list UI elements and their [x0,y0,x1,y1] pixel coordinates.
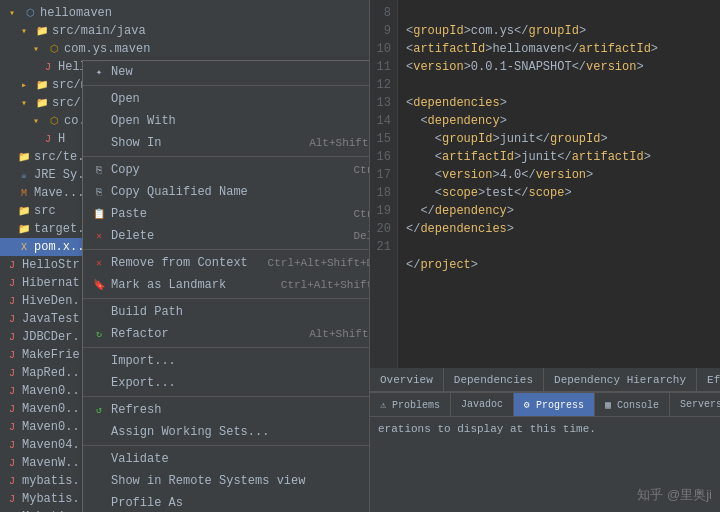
menu-item-label: Export... [111,376,370,390]
menu-separator [83,156,370,157]
menu-item-remove-context[interactable]: ✕ Remove from Context Ctrl+Alt+Shift+Dow… [83,252,370,274]
expand-icon: ▾ [16,23,32,39]
tree-item-package[interactable]: ▾ ⬡ com.ys.maven [0,40,369,58]
menu-separator [83,445,370,446]
tab-progress[interactable]: ⚙ Progress [514,393,595,416]
java-file-icon: J [4,401,20,417]
import-icon [91,353,107,369]
project-icon: ⬡ [22,5,38,21]
tab-overview[interactable]: Overview [370,368,444,391]
menu-item-label: Refactor [111,327,301,341]
menu-shortcut: Ctrl+V [353,208,370,220]
menu-item-label: New [111,65,370,79]
menu-item-label: Profile As [111,496,370,510]
menu-item-refactor[interactable]: ↻ Refactor Alt+Shift+T ▶ [83,323,370,345]
menu-separator [83,298,370,299]
java-file-icon: J [40,59,56,75]
menu-separator [83,396,370,397]
menu-item-label: Build Path [111,305,370,319]
progress-label: ⚙ Progress [524,399,584,411]
tree-label: Mave... [34,186,84,200]
tree-item-hellomaven[interactable]: ▾ ⬡ hellomaven [0,4,369,22]
new-icon: ✦ [91,64,107,80]
menu-item-build-path[interactable]: Build Path ▶ [83,301,370,323]
refactor-icon: ↻ [91,326,107,342]
tree-label: src/main/java [52,24,146,38]
menu-item-export[interactable]: Export... [83,372,370,394]
menu-item-refresh[interactable]: ↺ Refresh F5 [83,399,370,421]
jre-icon: ☕ [16,167,32,183]
menu-item-open[interactable]: Open F3 [83,88,370,110]
menu-separator [83,85,370,86]
tab-dependency-hierarchy[interactable]: Dependency Hierarchy [544,368,697,391]
java-file-icon: J [4,347,20,363]
tab-dependencies[interactable]: Dependencies [444,368,544,391]
menu-item-show-in[interactable]: Show In Alt+Shift+W ▶ [83,132,370,154]
java-file-icon: J [4,275,20,291]
folder-icon: 📁 [34,77,50,93]
tree-label: com.ys.maven [64,42,150,56]
folder-icon: 📁 [34,23,50,39]
tree-label: MapRed... [22,366,87,380]
menu-item-label: Paste [111,207,345,221]
menu-item-mark-landmark[interactable]: 🔖 Mark as Landmark Ctrl+Alt+Shift+Up [83,274,370,296]
progress-message: erations to display at this time. [378,423,596,435]
package-icon: ⬡ [46,113,62,129]
tree-label: Maven0... [22,420,87,434]
mark-landmark-icon: 🔖 [91,277,107,293]
menu-item-open-with[interactable]: Open With ▶ [83,110,370,132]
tree-label: src [34,204,56,218]
xml-file-icon: X [16,239,32,255]
paste-icon: 📋 [91,206,107,222]
export-icon [91,375,107,391]
menu-separator [83,347,370,348]
maven-icon: M [16,185,32,201]
console-tabs: ⚠ Problems Javadoc ⚙ Progress ▦ Console … [370,393,720,417]
menu-item-remote[interactable]: Show in Remote Systems view [83,470,370,492]
menu-item-label: Delete [111,229,345,243]
tab-console[interactable]: ▦ Console [595,393,670,416]
menu-item-validate[interactable]: Validate [83,448,370,470]
menu-item-new[interactable]: ✦ New ▶ [83,61,370,83]
java-file-icon: J [4,293,20,309]
tab-servers[interactable]: Servers [670,393,720,416]
menu-item-delete[interactable]: ✕ Delete Delete [83,225,370,247]
menu-item-import[interactable]: Import... [83,350,370,372]
menu-item-profile-as[interactable]: Profile As ▶ [83,492,370,512]
java-file-icon: J [4,419,20,435]
menu-item-label: Show In [111,136,301,150]
remove-context-icon: ✕ [91,255,107,271]
expand-icon: ▾ [16,95,32,111]
folder-icon: 📁 [34,95,50,111]
menu-item-copy[interactable]: ⎘ Copy Ctrl+C [83,159,370,181]
tab-effective-pom[interactable]: Effective POM [697,368,720,391]
menu-item-paste[interactable]: 📋 Paste Ctrl+V [83,203,370,225]
tree-item-src-main-java[interactable]: ▾ 📁 src/main/java [0,22,369,40]
tree-label: H [58,132,65,146]
context-menu: ✦ New ▶ Open F3 Open With ▶ Show In Alt [82,60,370,512]
menu-item-copy-qualified[interactable]: ⎘ Copy Qualified Name [83,181,370,203]
expand-icon: ▾ [4,5,20,21]
java-file-icon: J [4,455,20,471]
menu-item-label: Open [111,92,370,106]
tab-javadoc[interactable]: Javadoc [451,393,514,416]
menu-item-working-sets[interactable]: Assign Working Sets... [83,421,370,443]
menu-item-label: Remove from Context [111,256,260,270]
copy-qualified-icon: ⎘ [91,184,107,200]
working-sets-icon [91,424,107,440]
menu-shortcut: Ctrl+Alt+Shift+Up [281,279,370,291]
main-container: ▾ ⬡ hellomaven ▾ 📁 src/main/java ▾ ⬡ com… [0,0,720,512]
java-file-icon: J [4,365,20,381]
tab-problems[interactable]: ⚠ Problems [370,393,451,416]
code-editor[interactable]: <groupId>com.ys</groupId> <artifactId>he… [398,0,666,368]
java-file-icon: J [4,257,20,273]
menu-shortcut: Alt+Shift+T [309,328,370,340]
java-file-icon: J [4,491,20,507]
expand-icon: ▾ [28,41,44,57]
left-panel: ▾ ⬡ hellomaven ▾ 📁 src/main/java ▾ ⬡ com… [0,0,370,512]
folder-icon: 📁 [16,149,32,165]
java-file-icon: J [4,473,20,489]
build-path-icon [91,304,107,320]
open-with-icon [91,113,107,129]
menu-separator [83,249,370,250]
